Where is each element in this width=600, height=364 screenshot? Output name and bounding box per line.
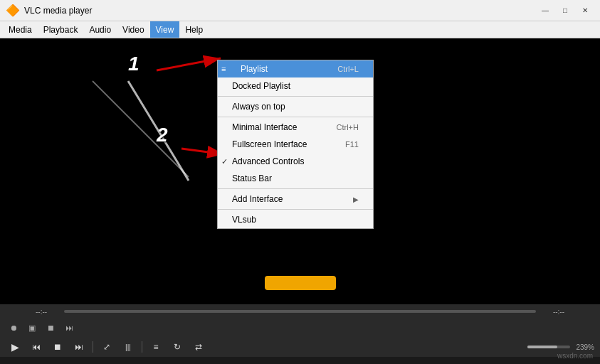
separator-4 [218,209,373,210]
separator-1 [218,96,373,97]
menu-media[interactable]: Media [3,21,38,38]
title-bar-controls: — □ ✕ [536,4,594,18]
next-button[interactable]: ⏭ [70,339,88,355]
loop-ab-button[interactable]: ⏹ [43,321,58,334]
snapshot-button[interactable]: ▣ [24,321,40,334]
menu-audio[interactable]: Audio [83,21,117,38]
minimal-interface-shortcut: Ctrl+H [337,123,359,132]
submenu-arrow-icon: ▶ [353,196,359,203]
progress-bar[interactable] [64,310,536,313]
menu-item-always-on-top[interactable]: Always on top [218,98,373,115]
playlist-shortcut: Ctrl+L [337,65,359,73]
watermark: wsxdn.com [557,352,593,360]
separator-3 [218,188,373,189]
frame-next-button[interactable]: ⏭ [61,321,77,334]
playlist-label: Playlist [241,64,268,74]
separator-vertical [93,341,93,353]
playlist-toggle-button[interactable]: ≡ [147,339,165,355]
volume-level: 239% [576,343,594,351]
annotation-number-2: 2 [157,124,168,146]
shuffle-button[interactable]: ⇄ [189,339,208,355]
record-button[interactable]: ⏺ [6,321,21,334]
menu-item-fullscreen-interface[interactable]: Fullscreen Interface F11 [218,136,373,153]
controls-area: ⏺ ▣ ⏹ ⏭ ▶ ⏮ ⏹ ⏭ ⤢ ||| ≡ ↻ ⇄ 239% [0,318,600,357]
prev-button[interactable]: ⏮ [27,339,46,355]
extended-settings-button[interactable]: ||| [119,339,137,355]
play-button[interactable]: ▶ [6,339,24,355]
time-remaining: --:-- [536,308,564,316]
repeat-button[interactable]: ↻ [168,339,186,355]
maximize-button[interactable]: □ [556,4,574,18]
controls-row2: ▶ ⏮ ⏹ ⏭ ⤢ ||| ≡ ↻ ⇄ 239% [0,337,600,357]
volume-fill [527,346,557,348]
menu-item-vlsub[interactable]: VLsub [218,211,373,228]
title-bar: 🔶 VLC media player — □ ✕ [0,0,600,21]
vlc-logo-icon: 🔶 [6,4,20,17]
progress-area: --:-- --:-- [0,304,600,318]
vlsub-label: VLsub [232,215,256,225]
docked-playlist-label: Docked Playlist [232,81,290,91]
minimize-button[interactable]: — [536,4,554,18]
annotation-number-1: 1 [128,53,140,75]
menu-item-minimal-interface[interactable]: Minimal Interface Ctrl+H [218,119,373,136]
menu-view[interactable]: View [150,21,180,38]
status-bar-label: Status Bar [232,173,272,183]
separator-2 [218,117,373,117]
menu-item-status-bar[interactable]: Status Bar [218,170,373,187]
close-button[interactable]: ✕ [576,4,594,18]
fullscreen-interface-label: Fullscreen Interface [232,139,307,149]
title-bar-left: 🔶 VLC media player [6,4,92,17]
fullscreen-button[interactable]: ⤢ [98,339,116,355]
minimal-interface-label: Minimal Interface [232,122,297,132]
fullscreen-interface-shortcut: F11 [345,140,359,149]
advanced-controls-label: Advanced Controls [232,156,304,166]
menu-item-advanced-controls[interactable]: ✓ Advanced Controls [218,153,373,170]
separator-vertical-2 [142,341,142,353]
stop-button[interactable]: ⏹ [48,339,67,355]
menu-video[interactable]: Video [117,21,149,38]
always-on-top-label: Always on top [232,102,285,112]
playlist-icon: ≡ [221,65,226,73]
main-content: 1 2 ≡ Playlist Ctrl+L Docked Playlist [0,38,600,304]
add-interface-label: Add Interface [232,194,283,204]
menu-help[interactable]: Help [179,21,209,38]
menu-item-playlist[interactable]: ≡ Playlist Ctrl+L [218,60,373,77]
menu-item-docked-playlist[interactable]: Docked Playlist [218,77,373,95]
menu-playback[interactable]: Playback [38,21,84,38]
advanced-controls-checkmark: ✓ [221,157,228,166]
menu-bar: Media Playback Audio Video View Help [0,21,600,38]
view-dropdown-menu: ≡ Playlist Ctrl+L Docked Playlist Always… [217,60,374,229]
menu-item-add-interface[interactable]: Add Interface ▶ [218,191,373,208]
time-elapsed: --:-- [36,308,64,316]
controls-row1: ⏺ ▣ ⏹ ⏭ [0,318,600,337]
volume-slider[interactable] [527,346,570,348]
yellow-object [265,276,336,290]
svg-line-1 [157,58,221,70]
window-title: VLC media player [24,6,92,16]
svg-line-4 [93,81,189,177]
